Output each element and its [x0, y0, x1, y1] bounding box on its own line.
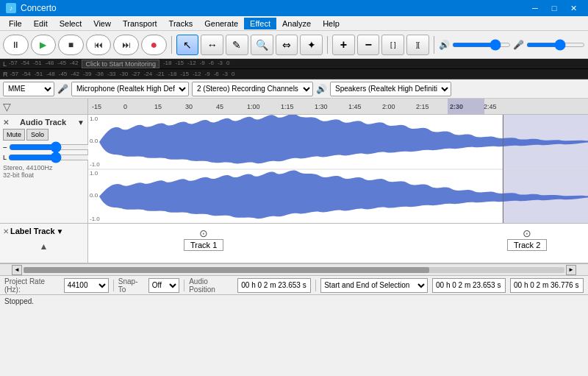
- audio-position-value[interactable]: 00 h 0 2 m 23.653 s: [237, 278, 311, 293]
- meter-L-label: L: [3, 60, 7, 68]
- svg-text:2:00: 2:00: [382, 103, 395, 110]
- selection-type-select[interactable]: Start and End of Selection: [320, 278, 428, 293]
- menu-help[interactable]: Help: [317, 18, 345, 29]
- close-button[interactable]: ✕: [564, 2, 582, 14]
- svg-rect-14: [448, 99, 484, 114]
- project-rate-label: Project Rate (Hz):: [4, 277, 60, 294]
- audio-track-controls: ✕ Audio Track ▼ Mute Solo − + L R Stereo…: [0, 115, 88, 223]
- timeline-arrow: ▽: [0, 99, 87, 114]
- pause-button[interactable]: ⏸: [3, 35, 29, 55]
- project-rate-select[interactable]: 44100: [64, 278, 109, 293]
- scroll-right-button[interactable]: ►: [566, 265, 576, 275]
- selection-end-value[interactable]: 00 h 0 2 m 36.776 s: [510, 278, 584, 293]
- menu-view[interactable]: View: [87, 18, 117, 29]
- forward-button[interactable]: ⏭: [113, 35, 139, 55]
- zoom-sel-button[interactable]: ][: [406, 35, 429, 55]
- minimize-button[interactable]: ─: [526, 2, 544, 14]
- level-meter-row2: R -57-54-51-48-45-42-39-36-33-30-27-24-2…: [0, 69, 588, 79]
- label-pin-2: ⊙: [523, 227, 531, 239]
- record-button[interactable]: ●: [141, 35, 167, 55]
- multitool-button[interactable]: ✦: [300, 35, 323, 55]
- menu-select[interactable]: Select: [54, 18, 88, 29]
- speakers-select[interactable]: Speakers (Realtek High Definiti: [330, 82, 451, 96]
- menu-tracks[interactable]: Tracks: [163, 18, 199, 29]
- label-track-dropdown[interactable]: ▼: [57, 227, 64, 235]
- start-monitoring-button[interactable]: Click to Start Monitoring: [82, 60, 159, 68]
- menu-effect[interactable]: Effect: [244, 18, 276, 29]
- snap-to-select[interactable]: Off: [148, 278, 179, 293]
- stop-button[interactable]: ■: [58, 35, 84, 55]
- track-info: Stereo, 44100Hz 32-bit float: [3, 164, 85, 179]
- selection-tool-button[interactable]: ↖: [176, 35, 199, 55]
- svg-text:45: 45: [216, 103, 223, 110]
- channels-select[interactable]: 2 (Stereo) Recording Channels: [192, 82, 313, 96]
- snap-to-label: Snap-To: [118, 277, 144, 294]
- svg-text:1:45: 1:45: [348, 103, 362, 110]
- label-text-1[interactable]: Track 1: [184, 239, 223, 251]
- audio-track-name-row: ✕ Audio Track ▼: [3, 118, 85, 127]
- zoom-tool-button[interactable]: 🔍: [251, 35, 273, 55]
- label-track-controls: ✕ Label Track ▼ ▲: [0, 224, 88, 263]
- solo-button[interactable]: Solo: [26, 129, 49, 141]
- menu-edit[interactable]: Edit: [28, 18, 54, 29]
- selection-start-value[interactable]: 00 h 0 2 m 23.653 s: [432, 278, 506, 293]
- play-button[interactable]: ▶: [31, 35, 57, 55]
- menu-analyze[interactable]: Analyze: [276, 18, 317, 29]
- menu-generate[interactable]: Generate: [198, 18, 244, 29]
- svg-text:1.0: 1.0: [90, 116, 98, 122]
- app-title: Concerto: [21, 3, 57, 13]
- label-track-close[interactable]: ✕: [3, 227, 9, 235]
- menu-transport[interactable]: Transport: [117, 18, 163, 29]
- rewind-button[interactable]: ⏮: [86, 35, 112, 55]
- microphone-select[interactable]: Microphone (Realtek High Defini: [71, 82, 189, 96]
- audio-waveform-area[interactable]: 1.0 0.0 -1.0 1.0 0.0 -1.0: [88, 115, 588, 223]
- scroll-left-button[interactable]: ◄: [12, 265, 22, 275]
- separator-1: [171, 36, 172, 54]
- svg-rect-0: [88, 99, 588, 114]
- svg-text:30: 30: [185, 103, 193, 110]
- audio-track-close[interactable]: ✕: [3, 118, 9, 127]
- zoom-out-button[interactable]: −: [357, 35, 380, 55]
- label-track2[interactable]: ⊙ Track 2: [507, 227, 547, 251]
- maximize-button[interactable]: □: [545, 2, 563, 14]
- scroll-track[interactable]: [24, 267, 564, 273]
- window-controls: ─ □ ✕: [526, 2, 582, 14]
- svg-text:0.0: 0.0: [90, 192, 98, 199]
- status-sep3: [315, 280, 316, 291]
- track-area: ✕ Audio Track ▼ Mute Solo − + L R Stereo…: [0, 115, 588, 263]
- timeshift-tool-button[interactable]: ⇔: [276, 35, 298, 55]
- audio-track-dropdown[interactable]: ▼: [77, 118, 85, 127]
- record-volume-slider[interactable]: [526, 43, 585, 47]
- label-track-expand-button[interactable]: ▲: [40, 241, 49, 252]
- scroll-thumb[interactable]: [24, 267, 429, 273]
- svg-text:1.0: 1.0: [90, 170, 98, 177]
- mute-solo-buttons: Mute Solo: [3, 129, 85, 141]
- ruler-area[interactable]: -15 0 15 30 45 1:00 1:15 1:30 1:45 2:00 …: [88, 99, 588, 114]
- horizontal-scrollbar[interactable]: ◄ ►: [0, 263, 588, 275]
- svg-text:1:30: 1:30: [315, 103, 328, 110]
- speaker-icon: 🔊: [439, 40, 450, 50]
- bottom-status-bar: Stopped.: [0, 294, 588, 308]
- label-track1[interactable]: ⊙ Track 1: [184, 227, 223, 251]
- label-track-label: Label Track: [10, 227, 55, 235]
- pan-row: L R: [3, 152, 85, 163]
- device-bar: MME 🎤 Microphone (Realtek High Defini 2 …: [0, 79, 588, 99]
- zoom-in-button[interactable]: +: [332, 35, 355, 55]
- label-text-2[interactable]: Track 2: [507, 239, 547, 251]
- label-track-arrow-container: ▲: [3, 241, 85, 252]
- label-track-row: ✕ Label Track ▼ ▲ ⊙ Track 1 ⊙ Track 2: [0, 224, 588, 263]
- audio-track-label: Audio Track: [20, 118, 66, 127]
- transport-toolbar: ⏸ ▶ ■ ⏮ ⏭ ● ↖ ↔ ✎ 🔍 ⇔ ✦ + − [ ] ][ 🔊 🎤: [0, 31, 588, 59]
- envelope-tool-button[interactable]: ↔: [201, 35, 223, 55]
- mute-button[interactable]: Mute: [3, 129, 25, 141]
- svg-text:0: 0: [123, 103, 127, 110]
- playback-volume-slider[interactable]: [452, 43, 511, 47]
- draw-tool-button[interactable]: ✎: [226, 35, 248, 55]
- zoom-fit-button[interactable]: [ ]: [381, 35, 404, 55]
- svg-text:2:15: 2:15: [416, 103, 429, 110]
- waveform-svg: 1.0 0.0 -1.0 1.0 0.0 -1.0: [88, 115, 588, 223]
- play-head-icon: ▽: [3, 101, 11, 113]
- label-area[interactable]: ⊙ Track 1 ⊙ Track 2: [88, 224, 588, 263]
- audio-host-select[interactable]: MME: [3, 82, 54, 96]
- menu-file[interactable]: File: [3, 18, 28, 29]
